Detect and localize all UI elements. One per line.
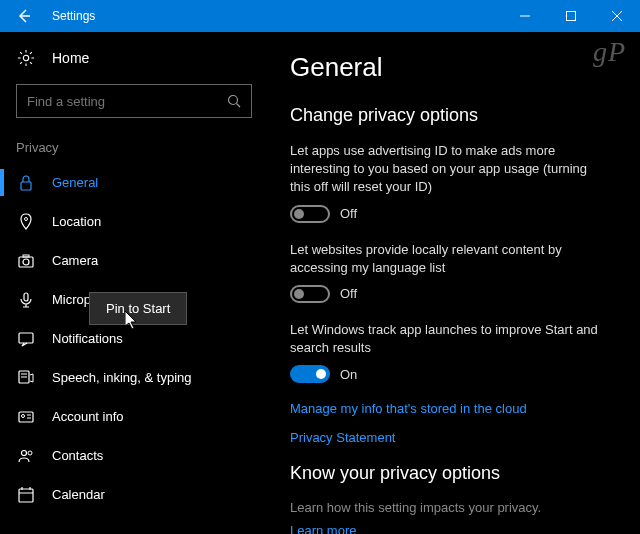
svg-rect-13 — [24, 293, 28, 301]
option3-state: On — [340, 367, 357, 382]
nav-label: Location — [52, 214, 101, 229]
option3-desc: Let Windows track app launches to improv… — [290, 321, 608, 357]
option1-toggle[interactable] — [290, 205, 330, 223]
know-heading: Know your privacy options — [290, 463, 608, 484]
lock-icon — [16, 173, 36, 193]
nav-label: Account info — [52, 409, 124, 424]
nav-label: Contacts — [52, 448, 103, 463]
notifications-icon — [16, 329, 36, 349]
sidebar: Home Privacy General Location — [0, 32, 268, 534]
window-title: Settings — [52, 9, 95, 23]
svg-point-9 — [25, 217, 28, 220]
svg-line-7 — [237, 104, 241, 108]
home-button[interactable]: Home — [0, 48, 268, 84]
search-box[interactable] — [16, 84, 252, 118]
minimize-button[interactable] — [502, 0, 548, 32]
page-title: General — [290, 52, 608, 83]
search-icon — [217, 84, 251, 118]
privacy-statement-link[interactable]: Privacy Statement — [290, 430, 608, 445]
option1-state: Off — [340, 206, 357, 221]
option2-toggle[interactable] — [290, 285, 330, 303]
settings-window: Settings gP Home Privacy — [0, 0, 640, 534]
svg-rect-24 — [19, 489, 33, 502]
context-pin-to-start[interactable]: Pin to Start — [92, 295, 184, 322]
nav-item-camera[interactable]: Camera — [0, 241, 268, 280]
content-pane: General Change privacy options Let apps … — [268, 32, 640, 534]
manage-info-link[interactable]: Manage my info that's stored in the clou… — [290, 401, 608, 416]
account-icon — [16, 407, 36, 427]
nav-item-account[interactable]: Account info — [0, 397, 268, 436]
search-input[interactable] — [17, 94, 217, 109]
nav-item-location[interactable]: Location — [0, 202, 268, 241]
svg-point-23 — [28, 451, 32, 455]
option2-state: Off — [340, 286, 357, 301]
camera-icon — [16, 251, 36, 271]
home-label: Home — [52, 50, 89, 66]
svg-rect-12 — [23, 255, 29, 257]
maximize-icon — [566, 11, 576, 21]
svg-point-11 — [23, 259, 29, 265]
speech-icon — [16, 368, 36, 388]
minimize-icon — [520, 11, 530, 21]
category-label: Privacy — [0, 140, 268, 163]
svg-rect-8 — [21, 182, 31, 190]
svg-point-22 — [22, 450, 27, 455]
svg-rect-2 — [567, 12, 576, 21]
close-icon — [612, 11, 622, 21]
nav-label: Calendar — [52, 487, 105, 502]
gear-icon — [16, 48, 36, 68]
nav-item-speech[interactable]: Speech, inking, & typing — [0, 358, 268, 397]
know-sub: Learn how this setting impacts your priv… — [290, 500, 608, 515]
close-button[interactable] — [594, 0, 640, 32]
nav-label: Speech, inking, & typing — [52, 370, 191, 385]
back-button[interactable] — [0, 0, 48, 32]
contacts-icon — [16, 446, 36, 466]
svg-point-19 — [22, 414, 25, 417]
option2-desc: Let websites provide locally relevant co… — [290, 241, 608, 277]
nav-item-calendar[interactable]: Calendar — [0, 475, 268, 514]
microphone-icon — [16, 290, 36, 310]
option3-toggle[interactable] — [290, 365, 330, 383]
svg-point-6 — [229, 96, 238, 105]
section-heading: Change privacy options — [290, 105, 608, 126]
arrow-left-icon — [16, 8, 32, 24]
learn-more-link[interactable]: Learn more — [290, 523, 608, 534]
option1-desc: Let apps use advertising ID to make ads … — [290, 142, 608, 197]
svg-rect-14 — [19, 333, 33, 343]
location-icon — [16, 212, 36, 232]
nav-item-contacts[interactable]: Contacts — [0, 436, 268, 475]
nav-label: Notifications — [52, 331, 123, 346]
nav-label: General — [52, 175, 98, 190]
nav-label: Camera — [52, 253, 98, 268]
context-menu: Pin to Start — [89, 292, 187, 325]
svg-rect-18 — [19, 412, 33, 422]
nav-item-general[interactable]: General — [0, 163, 268, 202]
svg-point-5 — [23, 55, 28, 60]
maximize-button[interactable] — [548, 0, 594, 32]
calendar-icon — [16, 485, 36, 505]
titlebar: Settings — [0, 0, 640, 32]
